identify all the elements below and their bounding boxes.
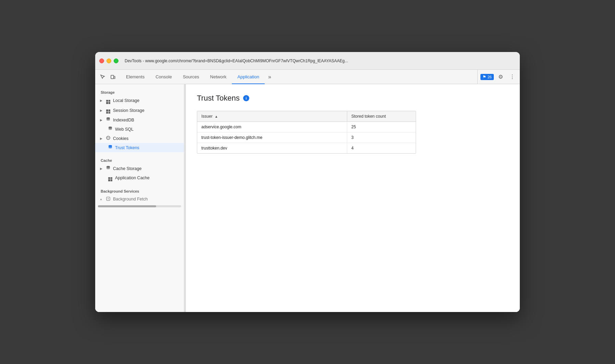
tab-console[interactable]: Console xyxy=(150,70,177,84)
expand-arrow: ▶ xyxy=(99,98,103,103)
maximize-button[interactable] xyxy=(114,58,118,63)
cache-storage-icon xyxy=(105,166,111,171)
storage-section-label: Storage xyxy=(95,87,184,96)
close-button[interactable] xyxy=(99,58,104,63)
tabbar: Elements Console Sources Network Applica… xyxy=(95,70,520,84)
main-area: Storage ▶ Local Storage ▶ Session Storag… xyxy=(95,84,520,312)
bg-fetch-label: Background Fetch xyxy=(113,197,148,202)
table-row[interactable]: trust-token-issuer-demo.glitch.me 3 xyxy=(197,132,416,143)
trust-tokens-icon xyxy=(108,145,113,151)
tab-network[interactable]: Network xyxy=(205,70,232,84)
bg-services-section-label: Background Services xyxy=(95,186,184,195)
svg-point-7 xyxy=(108,138,109,139)
svg-point-4 xyxy=(106,136,110,140)
expand-arrow: ▲ xyxy=(99,197,103,202)
sidebar-item-application-cache[interactable]: Application Cache xyxy=(95,173,184,183)
sidebar-item-local-storage[interactable]: ▶ Local Storage xyxy=(95,96,184,106)
table-row[interactable]: adservice.google.com 25 xyxy=(197,122,416,132)
websql-icon xyxy=(108,126,113,132)
flag-icon: ⚑ xyxy=(482,75,486,79)
issues-badge[interactable]: ⚑ 26 xyxy=(480,74,494,80)
cookies-icon xyxy=(105,135,111,141)
table-header: Issuer ▲ Stored token count xyxy=(197,111,416,122)
expand-arrow: ▶ xyxy=(99,166,103,171)
device-icon[interactable] xyxy=(108,72,118,82)
trust-tokens-table: Issuer ▲ Stored token count adservice.go… xyxy=(197,111,416,154)
bg-fetch-icon xyxy=(105,196,111,202)
count-cell: 4 xyxy=(347,143,416,153)
col-issuer-header[interactable]: Issuer ▲ xyxy=(197,111,347,121)
sidebar: Storage ▶ Local Storage ▶ Session Storag… xyxy=(95,84,184,312)
issuer-cell: trusttoken.dev xyxy=(197,143,347,153)
application-cache-icon xyxy=(108,175,113,181)
table-row[interactable]: trusttoken.dev 4 xyxy=(197,143,416,153)
tab-sources[interactable]: Sources xyxy=(177,70,205,84)
issuer-cell: adservice.google.com xyxy=(197,122,347,132)
tabbar-actions: ⚑ 26 ⚙ ⋮ xyxy=(477,70,520,84)
sort-arrow-icon: ▲ xyxy=(215,115,218,118)
sidebar-scrollbar[interactable] xyxy=(98,205,181,207)
sidebar-item-websql[interactable]: Web SQL xyxy=(95,125,184,134)
settings-button[interactable]: ⚙ xyxy=(496,72,505,82)
more-options-button[interactable]: ⋮ xyxy=(507,72,517,82)
sidebar-item-cookies[interactable]: ▶ Cookies xyxy=(95,134,184,143)
content-area: Trust Tokens i Issuer ▲ Stored token cou… xyxy=(186,84,520,312)
count-cell: 3 xyxy=(347,132,416,143)
cache-section-label: Cache xyxy=(95,155,184,164)
sidebar-item-session-storage[interactable]: ▶ Session Storage xyxy=(95,106,184,116)
tab-application[interactable]: Application xyxy=(232,70,265,84)
sidebar-item-cache-storage[interactable]: ▶ Cache Storage xyxy=(95,164,184,173)
svg-rect-1 xyxy=(114,76,115,79)
titlebar: DevTools - www.google.com/chrome/?brand=… xyxy=(95,52,520,70)
devtools-window: DevTools - www.google.com/chrome/?brand=… xyxy=(95,52,520,312)
svg-point-5 xyxy=(107,137,108,138)
session-storage-icon xyxy=(105,107,111,114)
traffic-lights xyxy=(99,58,118,63)
inspector-icon[interactable] xyxy=(98,72,108,82)
info-icon[interactable]: i xyxy=(243,95,249,101)
page-title: Trust Tokens xyxy=(197,94,240,103)
indexeddb-icon xyxy=(105,117,111,123)
col-token-count-header[interactable]: Stored token count xyxy=(347,111,416,121)
devtools-panel: Elements Console Sources Network Applica… xyxy=(95,70,520,312)
expand-arrow: ▶ xyxy=(99,136,103,141)
issuer-cell: trust-token-issuer-demo.glitch.me xyxy=(197,132,347,143)
tab-elements[interactable]: Elements xyxy=(121,70,150,84)
svg-point-6 xyxy=(109,137,109,138)
minimize-button[interactable] xyxy=(106,58,111,63)
sidebar-item-indexeddb[interactable]: ▶ IndexedDB xyxy=(95,115,184,125)
tabbar-tools xyxy=(95,70,121,84)
page-title-row: Trust Tokens i xyxy=(197,94,509,103)
sidebar-item-trust-tokens[interactable]: Trust Tokens xyxy=(95,143,184,152)
svg-rect-0 xyxy=(111,75,114,79)
local-storage-icon xyxy=(105,98,111,104)
window-title: DevTools - www.google.com/chrome/?brand=… xyxy=(125,58,516,63)
tab-more-button[interactable]: » xyxy=(265,70,275,84)
tabs-container: Elements Console Sources Network Applica… xyxy=(121,70,477,84)
sidebar-item-bg-fetch[interactable]: ▲ Background Fetch xyxy=(95,195,184,204)
expand-arrow: ▶ xyxy=(99,118,103,122)
expand-arrow: ▶ xyxy=(99,108,103,113)
sidebar-scrollbar-thumb xyxy=(98,205,156,207)
count-cell: 25 xyxy=(347,122,416,132)
